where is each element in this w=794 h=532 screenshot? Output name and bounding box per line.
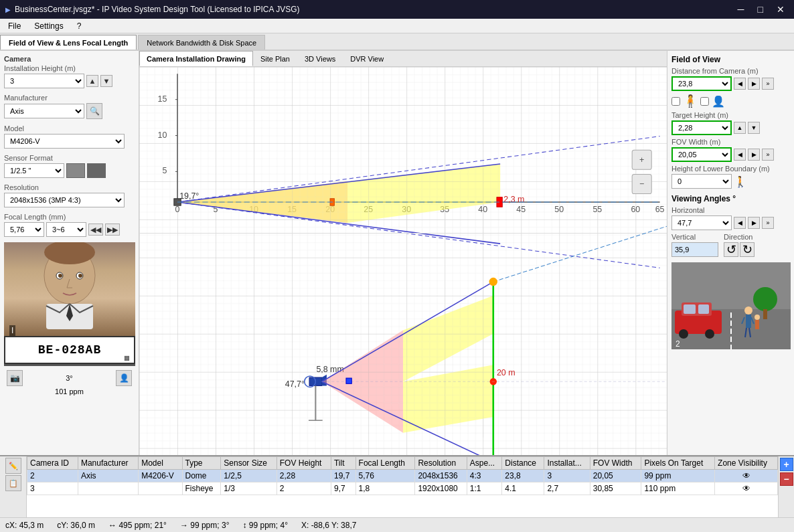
table-row[interactable]: 3 Fisheye 1/3 2 9,7 1,8 1920x1080 1:1 4.…	[27, 482, 778, 495]
menu-help[interactable]: ?	[72, 20, 87, 32]
table-side-toolbar: + −	[778, 456, 794, 517]
maximize-button[interactable]: □	[754, 3, 767, 16]
svg-rect-93	[755, 320, 759, 329]
svg-rect-87	[746, 315, 751, 328]
vertical-input[interactable]	[671, 242, 718, 257]
focal-select1[interactable]: 5,76	[4, 222, 44, 237]
remove-row-button[interactable]: −	[780, 472, 793, 486]
h-left-arr[interactable]: ◀	[734, 217, 746, 229]
h-right-arr[interactable]: ▶	[748, 217, 760, 229]
focal-select2[interactable]: 3~6	[46, 222, 86, 237]
col-manufacturer[interactable]: Manufacturer	[78, 457, 138, 470]
manufacturer-search-icon[interactable]: 🔍	[86, 103, 102, 119]
rotate-cw-btn[interactable]: ↻	[740, 242, 755, 257]
ppm1-icon: ↔	[108, 521, 116, 530]
col-tilt[interactable]: Tilt	[331, 457, 355, 470]
tab-network[interactable]: Network Bandwidth & Disk Space	[138, 35, 265, 50]
dist-right-arr[interactable]: ▶	[748, 78, 760, 90]
svg-point-5	[78, 274, 82, 278]
rotate-ccw-btn[interactable]: ↺	[724, 242, 738, 257]
subtab-3d[interactable]: 3D Views	[297, 51, 343, 66]
install-height-up[interactable]: ▲	[86, 75, 98, 87]
fw-right-arr[interactable]: ▶	[748, 149, 760, 161]
dist-left-arr[interactable]: ◀	[734, 78, 746, 90]
install-height-down[interactable]: ▼	[100, 75, 112, 87]
col-resolution[interactable]: Resolution	[415, 457, 467, 470]
table-tool-1[interactable]: ✏️	[5, 458, 21, 474]
svg-point-86	[744, 306, 752, 315]
checkbox1[interactable]	[671, 97, 680, 106]
col-model[interactable]: Model	[139, 457, 182, 470]
menu-file[interactable]: File	[3, 20, 26, 32]
focal-right-arr[interactable]: ▶▶	[105, 224, 120, 236]
col-camera-id[interactable]: Camera ID	[27, 457, 78, 470]
col-ppt[interactable]: Pixels On Target	[641, 457, 715, 470]
camera-table-container[interactable]: Camera ID Manufacturer Model Type Sensor…	[27, 456, 778, 517]
col-fov-width[interactable]: FOV Width	[590, 457, 641, 470]
direction-buttons: ↺ ↻	[724, 242, 755, 257]
th-down-arr[interactable]: ▼	[748, 122, 760, 134]
col-type[interactable]: Type	[182, 457, 221, 470]
sensor-label: Sensor Format	[4, 154, 135, 162]
resolution-select[interactable]: 2048x1536 (3MP 4:3)	[4, 193, 125, 207]
distance-select[interactable]: 23,8	[671, 76, 732, 91]
menu-settings[interactable]: Settings	[29, 20, 68, 32]
table-row[interactable]: 2 Axis M4206-V Dome 1/2,5 2,28 19,7 5,76…	[27, 470, 778, 482]
subtab-dvr[interactable]: DVR View	[343, 51, 391, 66]
fw-double-right-arr[interactable]: »	[762, 149, 774, 161]
subtab-drawing[interactable]: Camera Installation Drawing	[139, 51, 253, 66]
cell-fov-width: 20,05	[590, 470, 641, 482]
manufacturer-select[interactable]: Axis	[4, 104, 84, 118]
person-height-icon: 🚶	[734, 175, 747, 188]
col-distance[interactable]: Distance	[502, 457, 544, 470]
table-header: Camera ID Manufacturer Model Type Sensor…	[27, 457, 778, 470]
sensor-img2[interactable]	[87, 163, 106, 178]
target-height-select[interactable]: 2,28	[671, 120, 732, 135]
vertical-col: Vertical	[671, 233, 718, 257]
minimize-button[interactable]: ─	[734, 3, 748, 16]
th-up-arr[interactable]: ▲	[734, 122, 746, 134]
plate-text: BE-028AB	[38, 343, 101, 357]
tab-fov[interactable]: Field of View & Lens Focal Length	[0, 35, 137, 50]
ppm-display: 101 ppm	[4, 387, 135, 395]
cell-type: Fisheye	[182, 482, 221, 495]
dist-double-right-arr[interactable]: »	[762, 78, 774, 90]
close-button[interactable]: ✕	[773, 3, 789, 16]
camera-icon[interactable]: 📷	[7, 370, 23, 386]
resolution-label: Resolution	[4, 183, 135, 191]
sub-tabbar: Camera Installation Drawing Site Plan 3D…	[139, 51, 667, 67]
col-install[interactable]: Installat...	[544, 457, 590, 470]
fw-left-arr[interactable]: ◀	[734, 149, 746, 161]
subtab-siteplan[interactable]: Site Plan	[253, 51, 297, 66]
table-tool-2[interactable]: 📋	[5, 475, 21, 491]
sensor-section: Sensor Format 1/2.5 "	[4, 154, 135, 178]
status-cx: cX: 45,3 m	[5, 521, 44, 530]
col-aspect[interactable]: Aspe...	[467, 457, 502, 470]
focal-left-arr[interactable]: ◀◀	[88, 224, 103, 236]
h-double-right-arr[interactable]: »	[762, 217, 774, 229]
svg-rect-83	[698, 304, 709, 314]
cell-aspect: 1:1	[467, 482, 502, 495]
drawing-canvas[interactable]: 15 10 5 0 5 10 15 20 25 30 35 40 45 50 5…	[139, 67, 667, 455]
col-sensor[interactable]: Sensor Size	[221, 457, 276, 470]
status-ppm2: → 99 ppm; 3°	[180, 521, 230, 530]
camera-drawing-svg: 15 10 5 0 5 10 15 20 25 30 35 40 45 50 5…	[139, 67, 667, 455]
horizontal-select[interactable]: 47,7	[671, 215, 732, 230]
install-height-row: 3 ▲ ▼	[4, 74, 135, 88]
preview-ppm: I	[11, 326, 13, 335]
col-focal[interactable]: Focal Length	[355, 457, 415, 470]
model-select[interactable]: M4206-V	[4, 134, 125, 149]
install-height-select[interactable]: 3	[4, 74, 84, 88]
add-row-button[interactable]: +	[780, 458, 793, 471]
status-cy: cY: 36,0 m	[57, 521, 95, 530]
person-icon[interactable]: 👤	[116, 370, 132, 386]
lower-boundary-row: 0 🚶	[671, 174, 790, 189]
col-zone[interactable]: Zone Visibility	[715, 457, 778, 470]
lower-boundary-select[interactable]: 0	[671, 174, 732, 189]
sensor-select[interactable]: 1/2.5 "	[4, 163, 64, 178]
fov-width-select[interactable]: 20,05	[671, 147, 732, 162]
center-panel: Camera Installation Drawing Site Plan 3D…	[139, 51, 667, 455]
checkbox2[interactable]	[700, 97, 709, 106]
sensor-img1[interactable]	[66, 163, 85, 178]
col-fov-height[interactable]: FOV Height	[276, 457, 331, 470]
